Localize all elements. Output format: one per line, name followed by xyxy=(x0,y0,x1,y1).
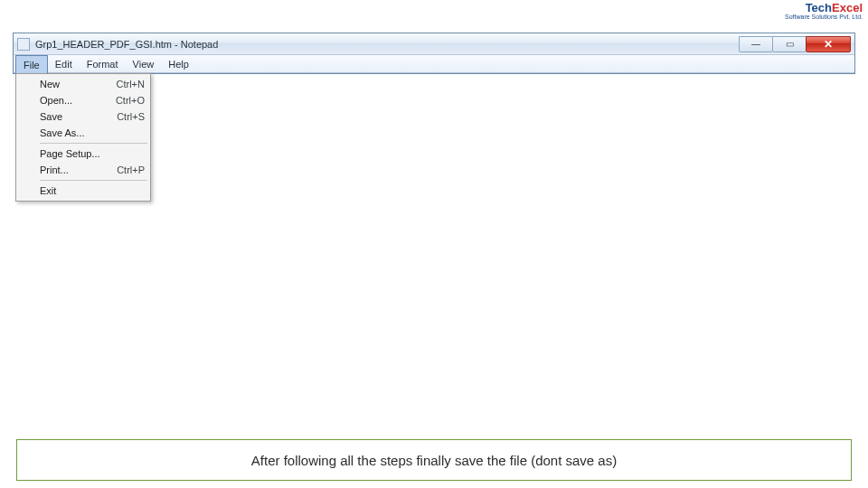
instruction-caption: After following all the steps finally sa… xyxy=(16,439,852,481)
file-page-setup[interactable]: Page Setup... xyxy=(18,145,148,162)
file-open[interactable]: Open...Ctrl+O xyxy=(18,92,148,108)
menu-file[interactable]: File xyxy=(15,55,48,73)
file-save-as[interactable]: Save As... xyxy=(18,125,148,141)
maximize-button[interactable]: ▭ xyxy=(772,36,807,52)
menu-format[interactable]: Format xyxy=(80,55,126,72)
close-button[interactable]: ✕ xyxy=(806,36,851,52)
menu-edit[interactable]: Edit xyxy=(48,55,80,72)
title-bar: Grp1_HEADER_PDF_GSI.htm - Notepad — ▭ ✕ xyxy=(14,33,854,55)
file-new[interactable]: NewCtrl+N xyxy=(18,76,148,92)
minimize-button[interactable]: — xyxy=(739,36,773,52)
file-exit[interactable]: Exit xyxy=(18,183,148,199)
file-dropdown: NewCtrl+N Open...Ctrl+O SaveCtrl+S Save … xyxy=(15,73,151,202)
menu-separator xyxy=(40,180,147,181)
window-title: Grp1_HEADER_PDF_GSI.htm - Notepad xyxy=(35,39,740,50)
menu-view[interactable]: View xyxy=(126,55,162,72)
notepad-window: Grp1_HEADER_PDF_GSI.htm - Notepad — ▭ ✕ … xyxy=(13,33,855,74)
brand-logo: TechExcel Software Solutions Pvt. Ltd. xyxy=(785,2,863,20)
file-print[interactable]: Print...Ctrl+P xyxy=(18,162,148,178)
menu-help[interactable]: Help xyxy=(161,55,196,72)
menu-separator xyxy=(40,143,147,144)
notepad-icon xyxy=(17,38,30,51)
menu-bar: File Edit Format View Help xyxy=(14,55,854,73)
file-save[interactable]: SaveCtrl+S xyxy=(18,108,148,125)
